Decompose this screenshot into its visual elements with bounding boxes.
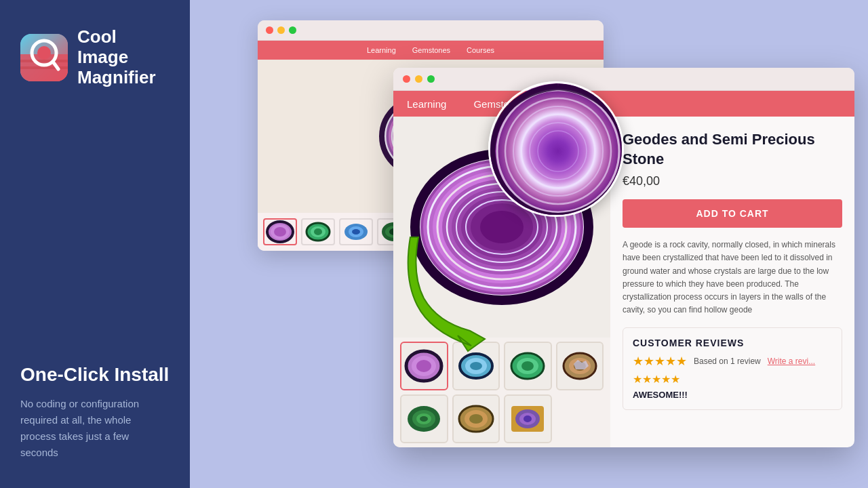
nav-courses-large[interactable]: Courses (553, 98, 591, 110)
left-panel: Cool Image Magnifier One-Click Install N… (0, 0, 190, 488)
left-bottom: One-Click Install No coding or configura… (20, 363, 170, 461)
browser-titlebar-large (393, 68, 854, 91)
agate-large (407, 146, 597, 308)
nav-gemstones-small[interactable]: Gemstones (412, 46, 450, 54)
thumb-green1-small[interactable] (301, 218, 335, 245)
thumb-blue-agate[interactable] (452, 342, 500, 390)
svg-point-75 (420, 416, 428, 422)
nav-gemstones-large[interactable]: Gemstones (473, 98, 526, 110)
nav-courses-small[interactable]: Courses (467, 46, 494, 54)
thumb-agate-small[interactable] (263, 218, 297, 245)
browser-large: Learning Gemstones Courses (393, 68, 854, 447)
svg-point-29 (352, 229, 360, 235)
reviews-title: CUSTOMER REVIEWS (633, 338, 832, 348)
thumbs-bottom (393, 338, 610, 447)
thumb-brown-agate[interactable] (452, 394, 500, 443)
thumb-malachite[interactable] (400, 394, 448, 443)
review-stars: ★★★★★ (633, 354, 687, 369)
product-image-area (393, 117, 610, 447)
right-panel: Learning Gemstones Courses (190, 0, 868, 488)
svg-point-78 (469, 414, 483, 424)
reviews-based: Based on 1 review (694, 357, 761, 366)
nav-learning-large[interactable]: Learning (407, 98, 446, 110)
thumb-geode-brown[interactable] (556, 342, 604, 390)
svg-point-47 (480, 211, 524, 243)
awesome-stars: ★★★★★ (633, 373, 832, 386)
app-header: Cool Image Magnifier (20, 27, 170, 88)
write-review-link[interactable]: Write a revi... (768, 357, 815, 366)
dot-yellow-small (277, 26, 285, 34)
app-title: Cool Image Magnifier (77, 27, 170, 88)
customer-reviews: CUSTOMER REVIEWS ★★★★★ Based on 1 review… (623, 327, 842, 410)
product-main-image (393, 117, 610, 338)
thumb-amethyst[interactable] (504, 394, 552, 443)
product-title: Geodes and Semi Precious Stone (623, 130, 842, 169)
svg-point-57 (416, 360, 431, 372)
dot-yellow-large (415, 75, 422, 83)
dot-green-large (427, 75, 435, 83)
svg-rect-3 (20, 66, 68, 69)
svg-rect-2 (20, 60, 68, 62)
awesome-text: AWESOME!!! (633, 390, 832, 400)
product-price: €40,00 (623, 174, 842, 188)
svg-point-61 (470, 362, 482, 370)
dot-red-large (403, 75, 410, 83)
reviews-row: ★★★★★ Based on 1 review Write a revi... (633, 354, 832, 369)
svg-point-65 (521, 361, 534, 371)
one-click-desc: No coding or configuration required at a… (20, 396, 170, 461)
svg-point-5 (37, 46, 51, 60)
product-info: Geodes and Semi Precious Stone €40,00 AD… (610, 117, 854, 447)
one-click-title: One-Click Install (20, 363, 170, 386)
browser-nav-large: Learning Gemstones Courses (393, 91, 854, 117)
product-description: A geode is a rock cavity, normally close… (623, 239, 842, 317)
nav-learning-small[interactable]: Learning (367, 46, 396, 54)
browser-nav-small: Learning Gemstones Courses (258, 41, 604, 60)
thumb-blue-small[interactable] (339, 218, 373, 245)
add-to-cart-button[interactable]: ADD TO CART (623, 199, 842, 228)
dot-green-small (289, 26, 296, 34)
svg-point-25 (314, 228, 322, 235)
thumb-agate-large[interactable] (400, 342, 448, 390)
thumb-green-agate[interactable] (504, 342, 552, 390)
svg-point-21 (274, 227, 286, 237)
dot-red-small (266, 26, 273, 34)
browser-body: Geodes and Semi Precious Stone €40,00 AD… (393, 117, 854, 447)
app-icon (20, 34, 68, 81)
browser-titlebar-small (258, 20, 604, 41)
svg-point-83 (524, 415, 532, 422)
